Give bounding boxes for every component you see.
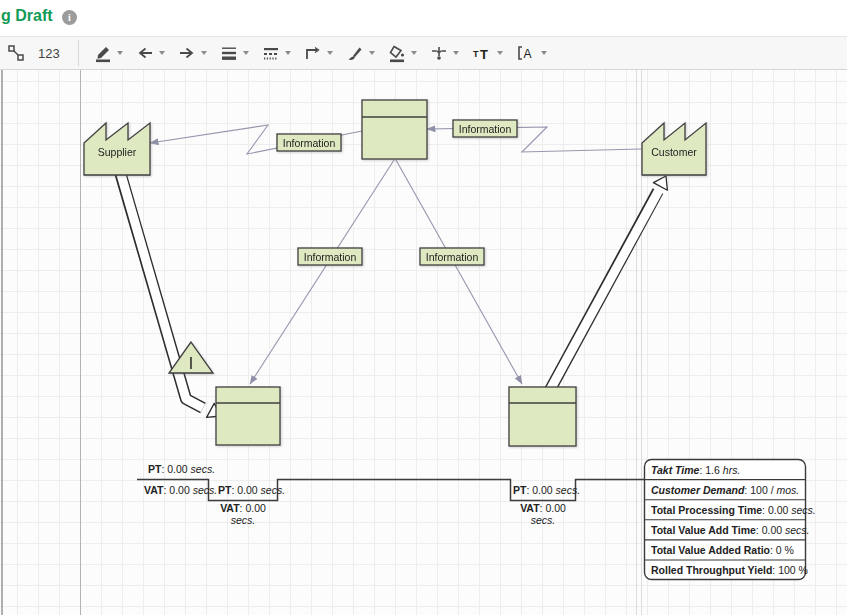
connection-points-icon[interactable] bbox=[429, 43, 459, 63]
font-size-icon[interactable]: T T bbox=[471, 43, 503, 63]
vsm-editor-window: g Draft i 123 bbox=[0, 0, 847, 615]
info-label-4[interactable]: Information bbox=[420, 248, 484, 265]
brush-style-icon[interactable] bbox=[345, 43, 375, 63]
chevron-down-icon bbox=[541, 51, 547, 55]
summary-row-takt-time: Takt Time: 1.6 hrs. bbox=[651, 464, 740, 476]
diagram-canvas[interactable]: Supplier Customer bbox=[0, 70, 847, 615]
inventory-label: I bbox=[189, 355, 193, 372]
document-title: g Draft bbox=[1, 7, 53, 25]
info-flow-to-process-2[interactable] bbox=[396, 160, 522, 384]
material-flow-arrow-customer[interactable] bbox=[550, 176, 667, 390]
timeline-vat-1[interactable]: VAT: 0.00 secs. bbox=[144, 484, 217, 496]
svg-text:T: T bbox=[473, 49, 479, 59]
timeline-vat-3-unit[interactable]: secs. bbox=[531, 514, 556, 526]
line-weight-icon[interactable] bbox=[219, 43, 249, 63]
customer-label: Customer bbox=[651, 146, 697, 158]
summary-row-rolled-throughput-yield: Rolled Throughput Yield: 100 % bbox=[651, 564, 808, 576]
summary-row-total-processing-time: Total Processing Time: 0.00 secs. bbox=[651, 504, 816, 516]
chevron-down-icon bbox=[411, 51, 417, 55]
chevron-down-icon bbox=[453, 51, 459, 55]
timeline-pt-1[interactable]: PT: 0.00 secs. bbox=[148, 463, 215, 475]
chevron-down-icon bbox=[201, 51, 207, 55]
info-label-2[interactable]: Information bbox=[453, 120, 517, 137]
timeline-vat-3[interactable]: VAT: 0.00 bbox=[520, 502, 566, 514]
data-fields-button[interactable]: 123 bbox=[38, 46, 60, 61]
chevron-down-icon bbox=[497, 51, 503, 55]
chevron-down-icon bbox=[369, 51, 375, 55]
chevron-down-icon bbox=[243, 51, 249, 55]
summary-table[interactable]: Takt Time: 1.6 hrs. Customer Demand: 100… bbox=[645, 460, 816, 580]
text-style-icon[interactable]: A bbox=[515, 43, 547, 63]
process-shape-2[interactable] bbox=[509, 387, 576, 446]
header-bar: g Draft i bbox=[0, 0, 847, 36]
timeline-pt-3[interactable]: PT: 0.00 secs. bbox=[513, 484, 580, 496]
format-toolbar: 123 bbox=[0, 36, 847, 70]
info-icon[interactable]: i bbox=[62, 10, 77, 25]
svg-text:Information: Information bbox=[283, 137, 336, 149]
svg-text:Information: Information bbox=[304, 251, 357, 263]
info-flow-to-process-1[interactable] bbox=[250, 160, 394, 384]
chevron-down-icon bbox=[159, 51, 165, 55]
timeline-pt-2[interactable]: PT: 0.00 secs. bbox=[218, 484, 285, 496]
line-style-icon[interactable] bbox=[261, 43, 291, 63]
chevron-down-icon bbox=[327, 51, 333, 55]
chevron-down-icon bbox=[117, 51, 123, 55]
svg-text:Information: Information bbox=[426, 251, 479, 263]
customer-shape[interactable]: Customer bbox=[642, 123, 706, 175]
summary-row-total-value-add-time: Total Value Add Time: 0.00 secs. bbox=[651, 524, 810, 536]
timeline-vat-2-unit[interactable]: secs. bbox=[231, 514, 256, 526]
production-control-shape[interactable] bbox=[362, 100, 427, 159]
material-flow-arrow-supplier[interactable] bbox=[120, 171, 221, 417]
node-connector-icon[interactable] bbox=[6, 43, 26, 63]
arrow-start-icon[interactable] bbox=[135, 43, 165, 63]
supplier-shape[interactable]: Supplier bbox=[84, 123, 150, 175]
arrow-end-icon[interactable] bbox=[177, 43, 207, 63]
chevron-down-icon bbox=[285, 51, 291, 55]
timeline-vat-2[interactable]: VAT: 0.00 bbox=[220, 502, 266, 514]
toolbar-divider bbox=[78, 40, 79, 66]
fill-color-icon[interactable] bbox=[387, 43, 417, 63]
supplier-label: Supplier bbox=[98, 146, 137, 158]
svg-text:Information: Information bbox=[459, 123, 512, 135]
svg-text:A: A bbox=[523, 47, 531, 61]
summary-row-total-value-added-ratio: Total Value Added Ratio: 0 % bbox=[651, 544, 794, 556]
line-color-icon[interactable] bbox=[93, 43, 123, 63]
process-shape-1[interactable] bbox=[216, 387, 280, 445]
info-label-3[interactable]: Information bbox=[298, 248, 362, 265]
info-label-1[interactable]: Information bbox=[277, 134, 341, 151]
summary-row-customer-demand: Customer Demand: 100 / mos. bbox=[651, 484, 799, 496]
connector-type-icon[interactable] bbox=[303, 43, 333, 63]
svg-text:T: T bbox=[480, 47, 488, 62]
